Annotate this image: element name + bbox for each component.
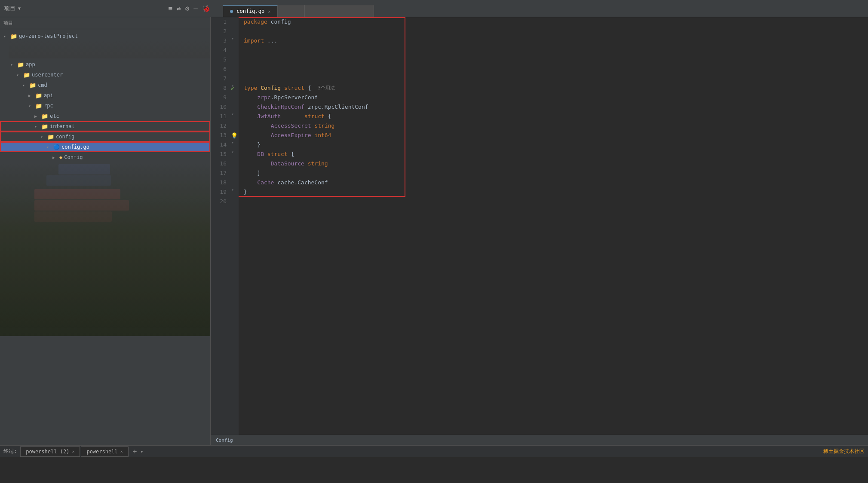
- top-bar: 项目 ▼ ≡ ⇌ ⚙ — 🐞 ● config.go ✕: [0, 0, 868, 17]
- tab-config-go[interactable]: ● config.go ✕: [223, 5, 278, 17]
- tree-label: internal: [50, 123, 75, 129]
- terminal-tab-label: powershell: [86, 449, 117, 455]
- plain-text: [244, 102, 257, 112]
- plain-text: [244, 178, 257, 187]
- project-label: 项目: [4, 5, 15, 12]
- code-line-7: [244, 74, 868, 83]
- tree-item-api[interactable]: ▶ 📁 api: [0, 90, 210, 101]
- keyword: struct: [267, 150, 288, 159]
- code-line-5: [244, 55, 868, 64]
- toolbar-icons: ≡ ⇌ ⚙ — 🐞: [168, 4, 211, 12]
- terminal-add-button[interactable]: +: [129, 447, 141, 455]
- field-name: CheckinRpcConf: [257, 102, 304, 112]
- arrow-icon: ▾: [3, 34, 9, 39]
- arrow-icon: ▾: [40, 135, 46, 139]
- arrow-icon: ▾: [22, 83, 28, 88]
- usage-hint: 3个用法: [318, 83, 335, 93]
- plain-text: ...: [264, 36, 277, 46]
- settings-icon[interactable]: ⚙: [185, 4, 190, 12]
- plain-text: [244, 131, 271, 140]
- tree-label: app: [26, 61, 35, 67]
- fold-line19[interactable]: ▾: [231, 187, 234, 192]
- code-line-14: }: [244, 140, 868, 150]
- tree-label: etc: [50, 113, 59, 119]
- tab-close-icon[interactable]: ✕: [268, 9, 270, 14]
- tab-other[interactable]: [278, 5, 304, 17]
- code-line-4: [244, 46, 868, 55]
- tree-label: api: [44, 92, 53, 98]
- plain-text: [311, 121, 315, 131]
- tree-item-cmd[interactable]: ▾ 📁 cmd: [0, 80, 210, 90]
- brace: }: [244, 187, 247, 197]
- terminal-label: 终端:: [3, 448, 17, 455]
- tree-label: config: [56, 134, 74, 140]
- keyword: type: [244, 83, 257, 93]
- terminal-tab-powershell1[interactable]: powershell (2) ✕: [20, 446, 80, 457]
- tree-label: rpc: [44, 103, 53, 109]
- struct-name: Config: [261, 83, 281, 93]
- terminal-tab-powershell2[interactable]: powershell ✕: [81, 446, 128, 457]
- code-line-10: CheckinRpcConf zrpc.RpcClientConf: [244, 102, 868, 112]
- tree-container[interactable]: ▾ 📁 go-zero-testProject ▾ 📁 app ▾ 📁 user…: [0, 29, 210, 445]
- field-name: Cache: [257, 178, 274, 187]
- community-label: 稀土掘金技术社区: [823, 448, 865, 455]
- dropdown-arrow-icon[interactable]: ▼: [18, 6, 21, 11]
- keyword: import: [244, 36, 264, 46]
- plain-text: [264, 150, 267, 159]
- line-numbers: 1 2 3 4 5 6 7 8 9 10 11 12 13 14 15 16 1…: [211, 17, 230, 435]
- fold-line8[interactable]: ▾: [231, 83, 234, 88]
- top-bar-left: 项目 ▼ ≡ ⇌ ⚙ — 🐞: [4, 4, 211, 12]
- sidebar-title: 项目: [3, 20, 13, 26]
- fold-line3[interactable]: ▾: [231, 36, 234, 41]
- plain-text: [257, 83, 261, 93]
- tree-item-app[interactable]: ▾ 📁 app: [0, 59, 210, 70]
- folder-icon: 📁: [41, 123, 48, 130]
- reformat-icon[interactable]: ⇌: [177, 4, 181, 12]
- arrow-icon: ▶: [52, 155, 58, 160]
- tab-bar-area: ● config.go ✕: [214, 0, 864, 17]
- tree-item-root[interactable]: ▾ 📁 go-zero-testProject: [0, 31, 210, 41]
- fold-line15[interactable]: ▾: [231, 150, 234, 154]
- tree-item-config[interactable]: ▾ 📁 config: [0, 131, 210, 142]
- tree-item-config-go[interactable]: ▾ 🔵 config.go: [0, 142, 210, 152]
- arrow-icon: ▶: [34, 114, 40, 119]
- editor-empty-area[interactable]: [244, 206, 868, 378]
- code-line-20: [244, 197, 868, 206]
- tree-item-internal[interactable]: ▾ 📁 internal: [0, 121, 210, 131]
- terminal-tab-close-icon[interactable]: ✕: [72, 449, 74, 454]
- field-name: DB: [257, 150, 264, 159]
- code-content[interactable]: package config import ... type: [239, 17, 868, 435]
- plain-text: [311, 131, 315, 140]
- plain-text: .RpcServerConf: [271, 93, 318, 102]
- blurred-items-top: [9, 41, 210, 58]
- debug-icon[interactable]: 🐞: [202, 4, 211, 12]
- yellow-bulb-line13: 💡: [231, 132, 238, 139]
- code-line-2: [244, 27, 868, 36]
- arrow-icon: ▾: [10, 62, 16, 67]
- arrow-icon: ▾: [16, 73, 22, 77]
- tree-label: config.go: [61, 144, 89, 150]
- tree-item-usercenter[interactable]: ▾ 📁 usercenter: [0, 70, 210, 80]
- align-icon[interactable]: ≡: [168, 4, 172, 12]
- plain-text: [244, 140, 257, 150]
- brace: }: [257, 168, 261, 178]
- arrow-icon: ▾: [34, 124, 40, 129]
- fold-line11[interactable]: ▾: [231, 112, 234, 116]
- terminal-dropdown-icon[interactable]: ▾: [140, 449, 143, 455]
- tree-item-config-struct[interactable]: ▶ ◆ Config: [0, 152, 210, 162]
- plain-text: [244, 112, 257, 121]
- code-line-12: AccessSecret string: [244, 121, 868, 131]
- fold-line14[interactable]: ▾: [231, 140, 234, 145]
- minimize-icon[interactable]: —: [193, 4, 198, 12]
- tree-item-rpc[interactable]: ▾ 📁 rpc: [0, 101, 210, 111]
- tab-other2[interactable]: [304, 5, 374, 17]
- tree-label: Config: [64, 154, 83, 160]
- tree-item-etc[interactable]: ▶ 📁 etc: [0, 111, 210, 121]
- breadcrumb-config: Config: [216, 437, 233, 443]
- sidebar-header: 项目: [0, 17, 210, 29]
- struct-icon: ◆: [59, 154, 62, 160]
- arrow-icon: ▾: [46, 145, 52, 150]
- terminal-tab-close-icon[interactable]: ✕: [120, 449, 123, 454]
- code-line-18: Cache cache.CacheConf: [244, 178, 868, 187]
- plain-text: [281, 83, 284, 93]
